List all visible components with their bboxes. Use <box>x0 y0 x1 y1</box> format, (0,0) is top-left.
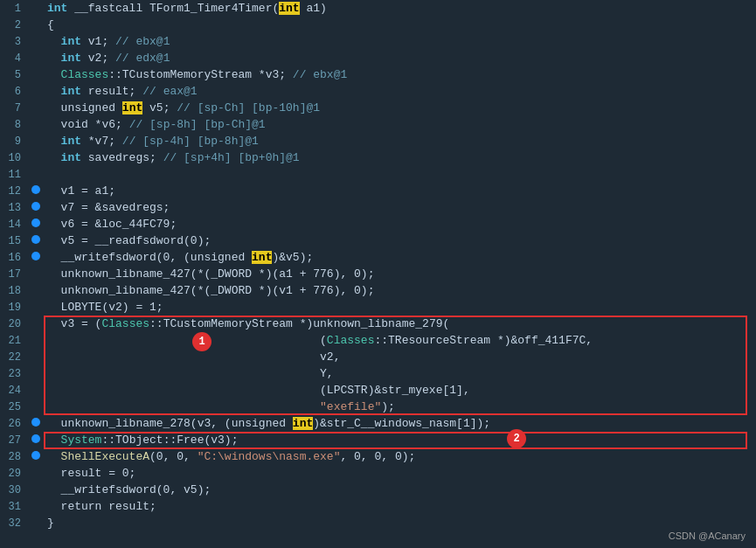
line-number: 25 <box>0 401 28 413</box>
svg-point-3 <box>31 235 40 244</box>
line-content: v3 = (Classes::TCustomMemoryStream *)unk… <box>44 317 756 330</box>
line-content: (LPCSTR)&str_myexe[1], <box>44 384 756 397</box>
line-content: { <box>44 18 756 31</box>
line-content: int __fastcall TForm1_Timer4Timer(int a1… <box>44 2 756 15</box>
line-content: unknown_libname_427(*(_DWORD *)(v1 + 776… <box>44 284 756 297</box>
breakpoint-dot[interactable] <box>28 418 44 429</box>
line-number: 12 <box>0 185 28 198</box>
line-number: 31 <box>0 501 28 513</box>
code-line: 7 unsigned int v5; // [sp-Ch] [bp-10h]@1 <box>0 100 756 116</box>
line-content: int v1; // ebx@1 <box>44 35 756 48</box>
breakpoint-dot[interactable] <box>28 219 44 230</box>
code-line: 22 v2, <box>0 349 756 365</box>
watermark: CSDN @ACanary <box>669 531 746 541</box>
line-number: 19 <box>0 302 28 314</box>
code-line: 16 __writefsdword(0, (unsigned int)&v5); <box>0 249 756 266</box>
line-content: int *v7; // [sp-4h] [bp-8h]@1 <box>44 135 756 148</box>
code-line: 24 (LPCSTR)&str_myexe[1], <box>0 382 756 399</box>
code-line: 20 v3 = (Classes::TCustomMemoryStream *)… <box>0 316 756 332</box>
line-number: 24 <box>0 385 28 397</box>
line-number: 15 <box>0 235 28 247</box>
line-number: 14 <box>0 219 28 231</box>
line-number: 26 <box>0 418 28 430</box>
code-line: 6 int result; // eax@1 <box>0 83 756 100</box>
line-number: 4 <box>0 52 28 65</box>
svg-point-6 <box>31 434 40 443</box>
line-content: v7 = &savedregs; <box>44 201 756 214</box>
line-content: LOBYTE(v2) = 1; <box>44 301 756 314</box>
line-content: int result; // eax@1 <box>44 85 756 98</box>
line-content: unsigned int v5; // [sp-Ch] [bp-10h]@1 <box>44 101 756 114</box>
code-line: 1int __fastcall TForm1_Timer4Timer(int a… <box>0 0 756 17</box>
code-line: 14 v6 = &loc_44FC79; <box>0 216 756 232</box>
code-line: 13 v7 = &savedregs; <box>0 199 756 216</box>
line-number: 22 <box>0 351 28 364</box>
line-number: 21 <box>0 335 28 347</box>
code-line: 29 result = 0; <box>0 465 756 482</box>
code-line: 26 unknown_libname_278(v3, (unsigned int… <box>0 415 756 432</box>
svg-point-0 <box>31 185 40 194</box>
code-line: 21 (Classes::TResourceStream *)&off_411F… <box>0 332 756 349</box>
line-content: __writefsdword(0, (unsigned int)&v5); <box>44 251 756 264</box>
line-number: 28 <box>0 451 28 463</box>
line-content: v1 = a1; <box>44 184 756 198</box>
code-line: 4 int v2; // edx@1 <box>0 50 756 66</box>
breakpoint-dot[interactable] <box>28 202 44 213</box>
code-container: 1int __fastcall TForm1_Timer4Timer(int a… <box>0 0 756 548</box>
line-content: v6 = &loc_44FC79; <box>44 218 756 231</box>
line-number: 1 <box>0 3 28 15</box>
code-line: 17 unknown_libname_427(*(_DWORD *)(a1 + … <box>0 266 756 282</box>
code-line: 30 __writefsdword(0, v5); <box>0 482 756 498</box>
line-content: unknown_libname_278(v3, (unsigned int)&s… <box>44 417 756 430</box>
line-content: v2, <box>44 350 756 364</box>
code-line: 11 <box>0 166 756 183</box>
keyword-highlight: int <box>279 2 299 15</box>
line-content: "exefile"); <box>44 400 756 413</box>
breakpoint-dot[interactable] <box>28 185 44 197</box>
line-content: Classes::TCustomMemoryStream *v3; // ebx… <box>44 68 756 81</box>
line-content: __writefsdword(0, v5); <box>44 483 756 496</box>
code-line: 12 v1 = a1; <box>0 183 756 199</box>
line-number: 32 <box>0 517 28 530</box>
breakpoint-dot[interactable] <box>28 451 44 462</box>
line-number: 13 <box>0 202 28 214</box>
line-content: (Classes::TResourceStream *)&off_411F7C, <box>44 334 756 347</box>
breakpoint-dot[interactable] <box>28 434 44 446</box>
line-number: 7 <box>0 102 28 114</box>
code-line: 3 int v1; // ebx@1 <box>0 33 756 50</box>
line-content: } <box>44 517 756 530</box>
code-line: 25 "exefile"); <box>0 399 756 415</box>
annotation-circle-2: 2 <box>507 429 526 448</box>
svg-point-4 <box>31 252 40 260</box>
code-line: 18 unknown_libname_427(*(_DWORD *)(v1 + … <box>0 282 756 299</box>
code-line: 28 ShellExecuteA(0, 0, "C:\windows\nasm.… <box>0 448 756 465</box>
line-number: 11 <box>0 169 28 181</box>
svg-point-2 <box>31 219 40 227</box>
line-content: ShellExecuteA(0, 0, "C:\windows\nasm.exe… <box>44 450 756 463</box>
line-number: 30 <box>0 484 28 496</box>
line-number: 10 <box>0 152 28 164</box>
line-content: void *v6; // [sp-8h] [bp-Ch]@1 <box>44 118 756 131</box>
svg-point-1 <box>31 202 40 211</box>
line-content: int v2; // edx@1 <box>44 52 756 65</box>
code-line: 8 void *v6; // [sp-8h] [bp-Ch]@1 <box>0 116 756 133</box>
line-content: System::TObject::Free(v3); <box>44 434 756 447</box>
svg-point-5 <box>31 418 40 427</box>
line-number: 6 <box>0 86 28 98</box>
line-number: 9 <box>0 135 28 148</box>
line-number: 8 <box>0 119 28 131</box>
line-content: int savedregs; // [sp+4h] [bp+0h]@1 <box>44 151 756 164</box>
code-line: 9 int *v7; // [sp-4h] [bp-8h]@1 <box>0 133 756 149</box>
line-number: 3 <box>0 36 28 48</box>
breakpoint-dot[interactable] <box>28 252 44 263</box>
line-content: result = 0; <box>44 467 756 480</box>
breakpoint-dot[interactable] <box>28 235 44 246</box>
code-line: 23 Y, <box>0 365 756 382</box>
line-number: 2 <box>0 19 28 31</box>
line-content: Y, <box>44 367 756 380</box>
line-number: 5 <box>0 69 28 81</box>
line-number: 27 <box>0 434 28 447</box>
line-content: unknown_libname_427(*(_DWORD *)(a1 + 776… <box>44 267 756 281</box>
line-number: 18 <box>0 285 28 297</box>
line-number: 16 <box>0 252 28 264</box>
